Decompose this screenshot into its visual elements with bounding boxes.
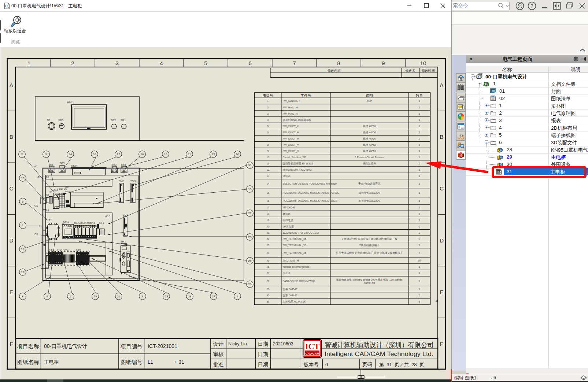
svg-text:B: B xyxy=(10,134,13,140)
svg-text:?: ? xyxy=(530,3,533,9)
svg-text:日期: 日期 xyxy=(258,361,269,367)
svg-text:E: E xyxy=(10,289,13,295)
svg-text:C: C xyxy=(9,185,13,192)
svg-text:7: 7 xyxy=(267,137,269,140)
svg-text:26: 26 xyxy=(266,265,269,268)
svg-text:数量: 数量 xyxy=(416,93,423,97)
svg-text:SB1: SB1 xyxy=(121,119,126,122)
svg-text:6: 6 xyxy=(419,225,420,228)
svg-text:审核: 审核 xyxy=(213,351,224,357)
svg-text:15: 15 xyxy=(164,153,167,156)
svg-text:28: 28 xyxy=(188,295,192,298)
svg-text:SB1: SB1 xyxy=(121,163,126,166)
svg-text:27: 27 xyxy=(212,295,215,298)
svg-text:10: 10 xyxy=(248,188,252,191)
svg-text:4: 4 xyxy=(47,295,48,298)
svg-text:24: 24 xyxy=(117,295,121,298)
svg-text:1: 1 xyxy=(267,99,269,103)
svg-text:17: 17 xyxy=(117,153,120,156)
svg-text:SELECTOR DE DOS POSICIONES Met: SELECTOR DE DOS POSICIONES Metallico xyxy=(282,182,336,185)
svg-text:整流桥: 整流桥 xyxy=(282,212,291,216)
svg-text:10: 10 xyxy=(420,60,426,66)
svg-text:机柜: 机柜 xyxy=(367,99,372,103)
svg-text:12: 12 xyxy=(266,168,269,171)
svg-text:22: 22 xyxy=(266,237,269,241)
svg-text:SV3: SV3 xyxy=(130,179,136,183)
svg-text:线槽 40*50: 线槽 40*50 xyxy=(363,149,376,153)
svg-text:零件号: 零件号 xyxy=(301,93,311,97)
svg-text:1: 1 xyxy=(419,265,420,268)
svg-text:FW_RAIL_H: FW_RAIL_H xyxy=(282,112,297,115)
svg-text:11: 11 xyxy=(266,162,269,165)
svg-text:6: 6 xyxy=(22,200,24,203)
svg-text:1: 1 xyxy=(419,212,420,216)
svg-text:30: 30 xyxy=(418,259,421,262)
svg-text:9: 9 xyxy=(382,60,385,66)
svg-text:Circuit_Breaker_2P: Circuit_Breaker_2P xyxy=(282,156,306,159)
svg-text:D: D xyxy=(440,237,444,244)
svg-text:SB2: SB2 xyxy=(111,163,117,166)
svg-text:2: 2 xyxy=(267,106,269,109)
svg-text:FW_RAIL_H: FW_RAIL_H xyxy=(282,106,297,109)
svg-text:可用于插拔模块的普通接线端子 橙色分隔板 2线接线端子: 可用于插拔模块的普通接线端子 橙色分隔板 2线接线端子 xyxy=(336,251,403,255)
svg-text:B: B xyxy=(440,134,443,140)
svg-text:1: 1 xyxy=(419,271,420,275)
svg-text:8: 8 xyxy=(419,300,420,303)
svg-text:图纸名称: 图纸名称 xyxy=(17,359,39,365)
svg-text:设计: 设计 xyxy=(213,341,224,347)
svg-text:线槽 40*50: 线槽 40*50 xyxy=(363,131,376,134)
svg-text:智诚计算机辅助设计（深圳）有限公司: 智诚计算机辅助设计（深圳）有限公司 xyxy=(325,341,434,349)
svg-text:1: 1 xyxy=(419,288,420,291)
svg-text:1: 1 xyxy=(419,168,420,171)
svg-text:00-口罩机电气设计: 00-口罩机电气设计 xyxy=(44,343,87,349)
svg-text:MITSUBISHI FX3U-64M: MITSUBISHI FX3U-64M xyxy=(282,168,311,171)
svg-text:PUSADOR RASANTE MOMENTANEO VER: PUSADOR RASANTE MOMENTANEO VERDE xyxy=(282,191,339,194)
svg-text:5: 5 xyxy=(267,125,269,128)
svg-text:19: 19 xyxy=(21,248,25,251)
svg-text:0: 0 xyxy=(325,362,328,367)
svg-text:手动/自动选择开关: 手动/自动选择开关 xyxy=(358,182,380,185)
svg-text:XT3: XT3 xyxy=(99,221,104,225)
svg-text:A2: A2 xyxy=(37,175,41,179)
svg-text:FW_DUCT_V: FW_DUCT_V xyxy=(282,143,299,147)
svg-text:7: 7 xyxy=(293,60,296,66)
svg-text:A5: A5 xyxy=(46,239,50,242)
svg-text:name: A6: name: A6 xyxy=(364,282,375,284)
svg-text:+ 31: + 31 xyxy=(174,359,184,365)
svg-text:2线基础接线端子: 2线基础接线端子 xyxy=(359,244,380,247)
svg-text:31: 31 xyxy=(266,300,269,303)
svg-text:主电柜: 主电柜 xyxy=(44,359,59,365)
svg-text:3: 3 xyxy=(267,112,269,115)
svg-text:FW_TERMINAL_35: FW_TERMINAL_35 xyxy=(282,244,306,247)
svg-text:1: 1 xyxy=(419,112,420,115)
svg-text:日期: 日期 xyxy=(258,351,269,357)
svg-text:1: 1 xyxy=(419,219,420,222)
svg-text:ICT: ICT xyxy=(305,342,319,351)
svg-text:SB3: SB3 xyxy=(58,119,64,122)
svg-text:1: 1 xyxy=(419,99,420,103)
svg-text:项目名称: 项目名称 xyxy=(17,343,39,349)
svg-text:输出电压规格: Single/3-phase 200V;额定: 输出电压规格: Single/3-phase 200V;额定电流: 12A; S… xyxy=(336,278,403,281)
svg-text:1: 1 xyxy=(22,224,24,227)
svg-text:27: 27 xyxy=(266,271,269,275)
svg-text:XT1: XT1 xyxy=(49,248,54,252)
svg-text:圆筒形瓷熔断器 RT1832Z: 圆筒形瓷熔断器 RT1832Z xyxy=(282,162,313,165)
svg-text:绿色带灯/AC220V: 绿色带灯/AC220V xyxy=(359,191,380,194)
svg-text:14: 14 xyxy=(69,153,72,156)
svg-text:G2: G2 xyxy=(34,204,38,207)
svg-text:2: 2 xyxy=(71,60,74,66)
svg-text:A: A xyxy=(440,82,444,88)
svg-text:FW_DUCT_H: FW_DUCT_H xyxy=(282,125,299,128)
svg-text:FW_DUCT_V: FW_DUCT_V xyxy=(282,149,299,153)
svg-text:A10: A10 xyxy=(105,215,111,218)
svg-text:MT6000IE: MT6000IE xyxy=(282,206,295,209)
svg-text:16: 16 xyxy=(141,153,144,156)
svg-text:XT5: XT5 xyxy=(76,248,81,252)
svg-text:A3: A3 xyxy=(45,175,49,179)
svg-text:1: 1 xyxy=(419,125,420,128)
svg-text:版本号: 版本号 xyxy=(304,362,319,367)
svg-text:雷赛 DM542: 雷赛 DM542 xyxy=(282,288,297,291)
svg-text:CAD/CAM: CAD/CAM xyxy=(306,352,319,355)
svg-text:7: 7 xyxy=(70,295,72,298)
svg-text:20: 20 xyxy=(266,225,269,228)
